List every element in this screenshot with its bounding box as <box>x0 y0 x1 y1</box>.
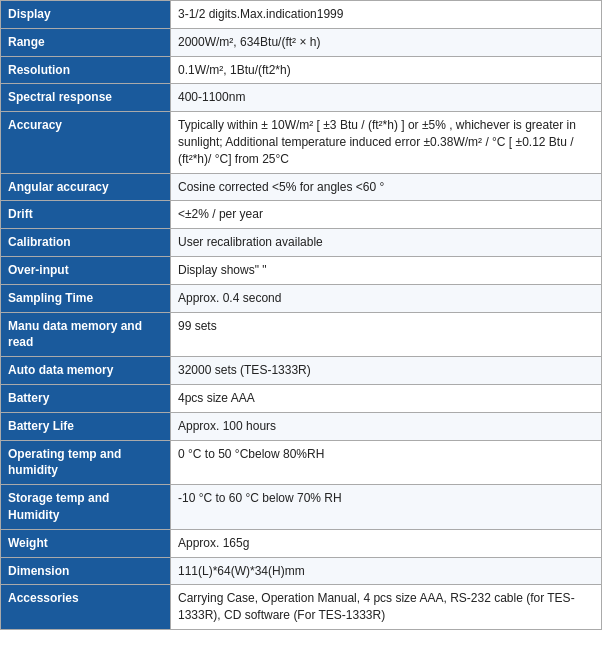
spec-table: Display3-1/2 digits.Max.indication1999Ra… <box>0 0 602 630</box>
spec-label: Spectral response <box>1 84 171 112</box>
spec-value: Approx. 100 hours <box>171 412 602 440</box>
spec-value: User recalibration available <box>171 229 602 257</box>
spec-label: Battery <box>1 384 171 412</box>
spec-label: Display <box>1 1 171 29</box>
spec-value: 3-1/2 digits.Max.indication1999 <box>171 1 602 29</box>
spec-value: 400-1100nm <box>171 84 602 112</box>
spec-label: Accuracy <box>1 112 171 173</box>
spec-value: 32000 sets (TES-1333R) <box>171 357 602 385</box>
spec-value: Carrying Case, Operation Manual, 4 pcs s… <box>171 585 602 630</box>
spec-label: Sampling Time <box>1 284 171 312</box>
spec-value: 111(L)*64(W)*34(H)mm <box>171 557 602 585</box>
spec-value: 2000W/m², 634Btu/(ft² × h) <box>171 28 602 56</box>
spec-label: Resolution <box>1 56 171 84</box>
spec-value: <±2% / per year <box>171 201 602 229</box>
spec-label: Over-input <box>1 256 171 284</box>
spec-label: Range <box>1 28 171 56</box>
spec-value: Cosine corrected <5% for angles <60 ° <box>171 173 602 201</box>
spec-value: 99 sets <box>171 312 602 357</box>
spec-label: Calibration <box>1 229 171 257</box>
spec-value: -10 °C to 60 °C below 70% RH <box>171 485 602 530</box>
spec-value: Approx. 0.4 second <box>171 284 602 312</box>
spec-value: Display shows" " <box>171 256 602 284</box>
spec-label: Operating temp and humidity <box>1 440 171 485</box>
spec-label: Manu data memory and read <box>1 312 171 357</box>
spec-label: Drift <box>1 201 171 229</box>
spec-value: Typically within ± 10W/m² [ ±3 Btu / (ft… <box>171 112 602 173</box>
spec-value: 4pcs size AAA <box>171 384 602 412</box>
spec-label: Weight <box>1 529 171 557</box>
spec-label: Dimension <box>1 557 171 585</box>
spec-label: Auto data memory <box>1 357 171 385</box>
spec-value: 0.1W/m², 1Btu/(ft2*h) <box>171 56 602 84</box>
spec-label: Storage temp and Humidity <box>1 485 171 530</box>
spec-label: Battery Life <box>1 412 171 440</box>
spec-value: Approx. 165g <box>171 529 602 557</box>
spec-label: Angular accuracy <box>1 173 171 201</box>
spec-label: Accessories <box>1 585 171 630</box>
spec-value: 0 °C to 50 °Cbelow 80%RH <box>171 440 602 485</box>
